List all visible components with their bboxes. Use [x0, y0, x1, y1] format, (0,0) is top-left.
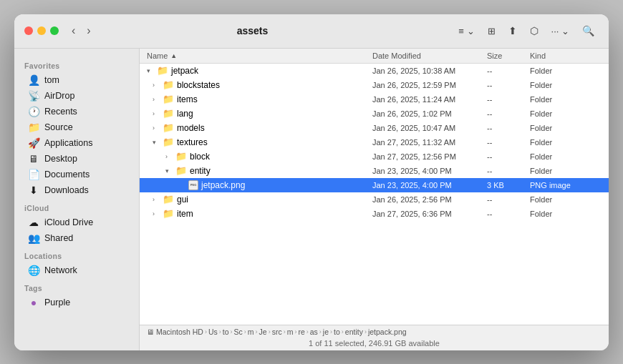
- table-row[interactable]: › 📁 gui Jan 26, 2025, 2:56 PM -- Folder: [140, 192, 609, 207]
- sidebar-label-applications: Applications: [44, 138, 92, 148]
- folder-icon: 📁: [163, 79, 174, 90]
- file-kind: PNG image: [530, 181, 602, 190]
- row-name: PNG jetpack.png: [178, 180, 372, 190]
- breadcrumb-item[interactable]: jetpack.png: [368, 328, 407, 336]
- table-row[interactable]: › 📁 items Jan 26, 2025, 11:24 AM -- Fold…: [140, 92, 609, 107]
- tag-button[interactable]: ⬡: [526, 22, 543, 39]
- sidebar-item-desktop[interactable]: 🖥 Desktop: [18, 151, 135, 167]
- applications-icon: 🚀: [28, 137, 39, 149]
- row-name: › 📁 blockstates: [153, 79, 372, 90]
- breadcrumb-separator: ›: [269, 328, 271, 335]
- table-row[interactable]: ▾ 📁 entity Jan 23, 2025, 4:00 PM -- Fold…: [140, 164, 609, 178]
- size-column-header[interactable]: Size: [487, 51, 530, 60]
- expand-arrow-icon: ›: [153, 196, 160, 203]
- search-button[interactable]: 🔍: [578, 22, 599, 39]
- breadcrumb-item[interactable]: 🖥 Macintosh HD: [147, 328, 203, 336]
- sidebar-item-source[interactable]: 📁 Source: [18, 119, 135, 135]
- png-file-icon: PNG: [188, 180, 198, 190]
- breadcrumb-item[interactable]: src: [272, 328, 282, 336]
- file-size: --: [487, 124, 530, 132]
- breadcrumb-item[interactable]: to: [334, 328, 340, 336]
- name-header-label: Name: [147, 51, 168, 60]
- name-column-header[interactable]: Name ▲: [147, 51, 372, 60]
- file-size: --: [487, 195, 530, 204]
- file-name: blockstates: [177, 80, 220, 90]
- row-name: › 📁 block: [165, 151, 372, 162]
- row-name: › 📁 gui: [153, 194, 372, 205]
- kind-column-header[interactable]: Kind: [530, 51, 602, 60]
- file-kind: Folder: [530, 67, 602, 75]
- row-name: ▾ 📁 entity: [165, 165, 372, 176]
- column-headers: Name ▲ Date Modified Size Kind: [140, 49, 609, 64]
- breadcrumb-separator: ›: [342, 328, 344, 335]
- tom-icon: 👤: [28, 74, 39, 86]
- row-name: › 📁 item: [153, 208, 372, 219]
- sidebar-item-documents[interactable]: 📄 Documents: [18, 167, 135, 182]
- sidebar-item-tom[interactable]: 👤 tom: [18, 72, 135, 88]
- expand-arrow-icon: ›: [153, 210, 160, 217]
- file-kind: Folder: [530, 167, 602, 175]
- date-column-header[interactable]: Date Modified: [372, 51, 487, 60]
- file-kind: Folder: [530, 124, 602, 132]
- icloud-label: iCloud: [14, 198, 139, 215]
- list-view-button[interactable]: ≡ ⌄: [454, 23, 478, 39]
- breadcrumb-label: re: [298, 328, 304, 336]
- table-row[interactable]: › 📁 block Jan 27, 2025, 12:56 PM -- Fold…: [140, 149, 609, 164]
- file-size: --: [487, 67, 530, 75]
- table-row[interactable]: › 📁 blockstates Jan 26, 2025, 12:59 PM -…: [140, 78, 609, 92]
- breadcrumb-label: Je: [259, 328, 267, 336]
- sidebar-item-network[interactable]: 🌐 Network: [18, 262, 135, 278]
- sidebar-label-documents: Documents: [44, 169, 90, 179]
- sidebar-label-purple: Purple: [44, 297, 70, 308]
- table-row[interactable]: ▾ 📁 jetpack Jan 26, 2025, 10:38 AM -- Fo…: [140, 64, 609, 78]
- window-title: assets: [57, 25, 449, 36]
- table-row[interactable]: › 📁 models Jan 26, 2025, 10:47 AM -- Fol…: [140, 121, 609, 135]
- sidebar-item-purple[interactable]: ● Purple: [18, 295, 135, 310]
- minimize-button[interactable]: [37, 26, 46, 35]
- breadcrumb-label: Us: [208, 328, 218, 336]
- breadcrumb-item[interactable]: as: [310, 328, 318, 336]
- table-row[interactable]: ▾ 📁 textures Jan 27, 2025, 11:32 AM -- F…: [140, 135, 609, 149]
- sidebar-item-downloads[interactable]: ⬇ Downloads: [18, 182, 135, 198]
- expand-arrow-icon: ▾: [153, 139, 160, 146]
- size-header-label: Size: [487, 51, 502, 60]
- sidebar-item-icloud-drive[interactable]: ☁ iCloud Drive: [18, 215, 135, 230]
- file-name: jetpack: [171, 66, 198, 76]
- breadcrumb-item[interactable]: je: [323, 328, 329, 336]
- sidebar-item-recents[interactable]: 🕐 Recents: [18, 104, 135, 119]
- sidebar-item-shared[interactable]: 👥 Shared: [18, 230, 135, 246]
- breadcrumb-item[interactable]: to: [223, 328, 229, 336]
- close-button[interactable]: [24, 26, 33, 35]
- file-size: --: [487, 210, 530, 218]
- breadcrumb-label: je: [323, 328, 329, 336]
- breadcrumb-label: m: [287, 328, 294, 336]
- toolbar: ‹ › assets ≡ ⌄ ⊞ ⬆ ⬡ ··· ⌄ 🔍: [14, 14, 609, 49]
- breadcrumb-item[interactable]: m: [248, 328, 254, 336]
- expand-arrow-icon: ›: [153, 82, 160, 89]
- sidebar-item-applications[interactable]: 🚀 Applications: [18, 135, 135, 151]
- table-row[interactable]: › 📁 item Jan 27, 2025, 6:36 PM -- Folder: [140, 207, 609, 221]
- breadcrumb-item[interactable]: Je: [259, 328, 267, 336]
- sidebar-label-recents: Recents: [44, 107, 77, 117]
- breadcrumb-item[interactable]: Sc: [234, 328, 243, 336]
- share-button[interactable]: ⬆: [504, 22, 521, 39]
- file-name: items: [177, 94, 198, 104]
- breadcrumb-label: to: [334, 328, 340, 336]
- file-kind: Folder: [530, 95, 602, 104]
- row-name: › 📁 items: [153, 94, 372, 104]
- breadcrumb-item[interactable]: m: [287, 328, 294, 336]
- table-row[interactable]: PNG jetpack.png Jan 23, 2025, 4:00 PM 3 …: [140, 178, 609, 192]
- file-size: --: [487, 152, 530, 161]
- more-button[interactable]: ··· ⌄: [547, 23, 574, 39]
- breadcrumb-item[interactable]: re: [298, 328, 304, 336]
- table-row[interactable]: › 📁 lang Jan 26, 2025, 1:02 PM -- Folder: [140, 107, 609, 121]
- breadcrumb-item[interactable]: Us: [208, 328, 218, 336]
- breadcrumb-item[interactable]: entity: [345, 328, 363, 336]
- main-content: Favorites 👤 tom 📡 AirDrop 🕐 Recents 📁 So…: [14, 49, 609, 350]
- date-modified: Jan 26, 2025, 10:38 AM: [372, 67, 487, 75]
- breadcrumb-separator: ›: [306, 328, 309, 335]
- sidebar-item-airdrop[interactable]: 📡 AirDrop: [18, 88, 135, 104]
- file-kind: Folder: [530, 138, 602, 147]
- grid-view-button[interactable]: ⊞: [483, 23, 500, 39]
- breadcrumb-separator: ›: [205, 328, 207, 335]
